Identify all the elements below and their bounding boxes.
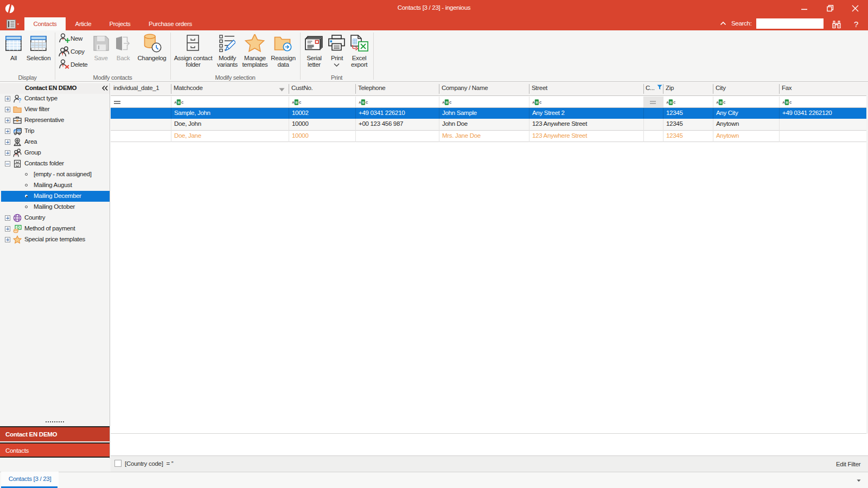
svg-text:?: ? bbox=[18, 98, 22, 103]
